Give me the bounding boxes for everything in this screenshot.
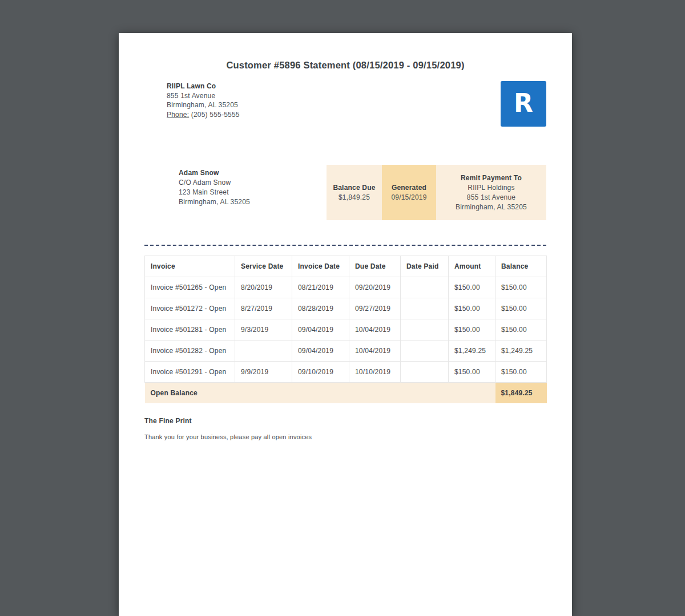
table-cell: $150.00 bbox=[449, 298, 495, 319]
table-row: Invoice #501282 - Open09/04/201910/04/20… bbox=[145, 341, 547, 362]
customer-street: 123 Main Street bbox=[179, 188, 250, 197]
table-cell: Invoice #501282 - Open bbox=[145, 341, 235, 362]
table-cell: Invoice #501272 - Open bbox=[145, 298, 235, 319]
table-row: Invoice #501265 - Open8/20/201908/21/201… bbox=[145, 277, 547, 298]
table-cell: 09/04/2019 bbox=[292, 341, 349, 362]
generated-value: 09/15/2019 bbox=[384, 193, 434, 202]
balance-due-value: $1,849.25 bbox=[329, 193, 380, 202]
table-cell: 10/04/2019 bbox=[349, 319, 401, 341]
table-cell: 8/27/2019 bbox=[235, 298, 292, 319]
col-header-invoice-date: Invoice Date bbox=[292, 256, 349, 277]
table-cell: $150.00 bbox=[495, 362, 547, 383]
company-phone-line: Phone: (205) 555-5555 bbox=[167, 110, 240, 120]
table-cell: $1,249.25 bbox=[449, 341, 495, 362]
company-name: RIIPL Lawn Co bbox=[167, 82, 240, 91]
header-row: Invoice Service Date Invoice Date Due Da… bbox=[145, 256, 547, 277]
table-row: Invoice #501272 - Open8/27/201908/28/201… bbox=[145, 298, 547, 319]
table-cell: 09/20/2019 bbox=[349, 277, 401, 298]
phone-number: (205) 555-5555 bbox=[191, 111, 240, 119]
table-cell: 10/04/2019 bbox=[349, 341, 401, 362]
col-header-due-date: Due Date bbox=[349, 256, 401, 277]
customer-name: Adam Snow bbox=[179, 168, 250, 178]
statement-summary-box: Balance Due $1,849.25 Generated 09/15/20… bbox=[327, 165, 546, 220]
col-header-invoice: Invoice bbox=[145, 256, 235, 277]
remit-label: Remit Payment To bbox=[438, 173, 544, 183]
balance-due-cell: Balance Due $1,849.25 bbox=[327, 165, 382, 220]
company-address-line1: 855 1st Avenue bbox=[167, 91, 240, 101]
dashed-separator bbox=[144, 245, 546, 246]
company-address-line2: Birmingham, AL 35205 bbox=[167, 100, 240, 110]
remit-street: 855 1st Avenue bbox=[438, 193, 544, 202]
table-cell: 09/27/2019 bbox=[349, 298, 401, 319]
invoice-table-footer: Open Balance $1,849.25 bbox=[145, 383, 547, 404]
table-cell: $150.00 bbox=[495, 298, 547, 319]
table-cell: 10/10/2019 bbox=[349, 362, 401, 383]
col-header-balance: Balance bbox=[495, 256, 547, 277]
col-header-service-date: Service Date bbox=[235, 256, 292, 277]
remit-city: Birmingham, AL 35205 bbox=[438, 202, 544, 212]
table-cell bbox=[235, 341, 292, 362]
table-cell: 9/9/2019 bbox=[235, 362, 292, 383]
table-cell: 08/28/2019 bbox=[292, 298, 349, 319]
invoice-table-body: Invoice #501265 - Open8/20/201908/21/201… bbox=[145, 277, 547, 383]
table-cell bbox=[401, 319, 449, 341]
invoice-table-header: Invoice Service Date Invoice Date Due Da… bbox=[145, 256, 547, 277]
open-balance-row: Open Balance $1,849.25 bbox=[145, 383, 547, 404]
table-row: Invoice #501281 - Open9/3/201909/04/2019… bbox=[145, 319, 547, 341]
table-cell bbox=[401, 341, 449, 362]
statement-page: Customer #5896 Statement (08/15/2019 - 0… bbox=[119, 33, 572, 616]
fine-print-message: Thank you for your business, please pay … bbox=[144, 433, 312, 440]
table-cell: $150.00 bbox=[449, 362, 495, 383]
table-cell: $1,249.25 bbox=[495, 341, 547, 362]
company-logo: R bbox=[501, 81, 546, 127]
customer-address-block: Adam Snow C/O Adam Snow 123 Main Street … bbox=[179, 168, 250, 207]
customer-care-of: C/O Adam Snow bbox=[179, 178, 250, 188]
table-cell bbox=[401, 362, 449, 383]
table-row: Invoice #501291 - Open9/9/201909/10/2019… bbox=[145, 362, 547, 383]
balance-due-label: Balance Due bbox=[329, 183, 380, 193]
table-cell: 08/21/2019 bbox=[292, 277, 349, 298]
table-cell bbox=[401, 298, 449, 319]
open-balance-label: Open Balance bbox=[145, 383, 495, 404]
generated-label: Generated bbox=[384, 183, 434, 193]
table-cell: 8/20/2019 bbox=[235, 277, 292, 298]
customer-city: Birmingham, AL 35205 bbox=[179, 197, 250, 207]
remit-name: RIIPL Holdings bbox=[438, 183, 544, 193]
col-header-amount: Amount bbox=[449, 256, 495, 277]
table-cell bbox=[401, 277, 449, 298]
invoice-table: Invoice Service Date Invoice Date Due Da… bbox=[144, 256, 547, 403]
table-cell: $150.00 bbox=[449, 277, 495, 298]
page-title: Customer #5896 Statement (08/15/2019 - 0… bbox=[119, 60, 572, 71]
open-balance-value: $1,849.25 bbox=[495, 383, 547, 404]
phone-label: Phone: bbox=[167, 111, 189, 119]
table-cell: Invoice #501281 - Open bbox=[145, 319, 235, 341]
generated-cell: Generated 09/15/2019 bbox=[382, 165, 436, 220]
table-cell: $150.00 bbox=[495, 277, 547, 298]
fine-print-heading: The Fine Print bbox=[144, 417, 192, 425]
table-cell: $150.00 bbox=[449, 319, 495, 341]
col-header-date-paid: Date Paid bbox=[401, 256, 449, 277]
table-cell: 09/10/2019 bbox=[292, 362, 349, 383]
table-cell: $150.00 bbox=[495, 319, 547, 341]
table-cell: 09/04/2019 bbox=[292, 319, 349, 341]
table-cell: Invoice #501265 - Open bbox=[145, 277, 235, 298]
table-cell: Invoice #501291 - Open bbox=[145, 362, 235, 383]
logo-letter: R bbox=[514, 88, 533, 117]
table-cell: 9/3/2019 bbox=[235, 319, 292, 341]
company-address-block: RIIPL Lawn Co 855 1st Avenue Birmingham,… bbox=[167, 82, 240, 119]
remit-payment-cell: Remit Payment To RIIPL Holdings 855 1st … bbox=[436, 165, 546, 220]
